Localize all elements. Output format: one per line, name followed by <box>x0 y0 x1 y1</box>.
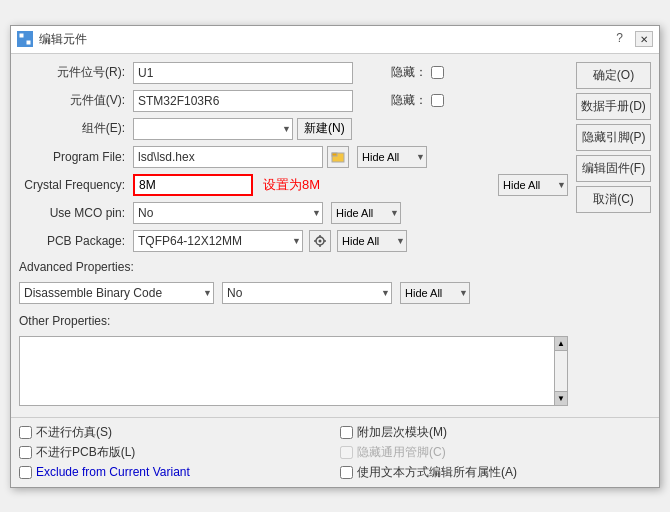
crystal-hide-wrap: Hide All Show All ▼ <box>498 174 568 196</box>
ref-input[interactable] <box>133 62 353 84</box>
ref-label: 元件位号(R): <box>19 64 129 81</box>
ref-row: 元件位号(R): 隐藏： <box>19 62 568 84</box>
app-icon <box>17 31 33 47</box>
other-props-textarea[interactable] <box>19 336 554 406</box>
mco-hide-select[interactable]: Hide All Show All <box>331 202 401 224</box>
no-pcb-check: 不进行PCB布版(L) <box>19 444 330 461</box>
svg-rect-1 <box>26 33 31 38</box>
new-button[interactable]: 新建(N) <box>297 118 352 140</box>
attach-submodule-label: 附加层次模块(M) <box>357 424 447 441</box>
main-content: 元件位号(R): 隐藏： 元件值(V): 隐藏： 组件(E): <box>19 62 568 409</box>
title-bar-left: 编辑元件 <box>17 31 87 48</box>
component-row: 组件(E): ▼ 新建(N) <box>19 118 568 140</box>
mco-hide-wrap: Hide All Show All ▼ <box>331 202 401 224</box>
no-sim-label: 不进行仿真(S) <box>36 424 112 441</box>
attach-submodule-check: 附加层次模块(M) <box>340 424 651 441</box>
pcb-hide-select[interactable]: Hide All Show All <box>337 230 407 252</box>
no-sim-check: 不进行仿真(S) <box>19 424 330 441</box>
edit-component-dialog: 编辑元件 ? ✕ 元件位号(R): 隐藏： 元件值(V): 隐藏： <box>10 25 660 488</box>
hide-common-pins-checkbox <box>340 446 353 459</box>
disassemble-value-select[interactable]: No Yes <box>222 282 392 304</box>
exclude-variant-checkbox[interactable] <box>19 466 32 479</box>
crystal-annotation: 设置为8M <box>263 176 320 194</box>
browse-button[interactable] <box>327 146 349 168</box>
svg-rect-0 <box>19 33 24 38</box>
svg-rect-5 <box>332 153 337 156</box>
edit-text-check: 使用文本方式编辑所有属性(A) <box>340 464 651 481</box>
no-pcb-label: 不进行PCB布版(L) <box>36 444 135 461</box>
value-label: 元件值(V): <box>19 92 129 109</box>
title-bar: 编辑元件 ? ✕ <box>11 26 659 54</box>
hide-pins-button[interactable]: 隐藏引脚(P) <box>576 124 651 151</box>
value-input[interactable] <box>133 90 353 112</box>
disassemble-select[interactable]: Disassemble Binary Code <box>19 282 214 304</box>
value-row: 元件值(V): 隐藏： <box>19 90 568 112</box>
pcb-browse-button[interactable] <box>309 230 331 252</box>
no-sim-checkbox[interactable] <box>19 426 32 439</box>
other-props-area: ▲ ▼ <box>19 336 568 409</box>
exclude-variant-label: Exclude from Current Variant <box>36 465 190 479</box>
svg-rect-3 <box>26 40 31 45</box>
advanced-hide-select[interactable]: Hide All Show All <box>400 282 470 304</box>
right-buttons: 确定(O) 数据手册(D) 隐藏引脚(P) 编辑固件(F) 取消(C) <box>576 62 651 409</box>
hidden-label-2: 隐藏： <box>391 92 427 109</box>
crystal-row: Crystal Frequency: 设置为8M Hide All Show A… <box>19 174 568 196</box>
ref-hidden-checkbox[interactable] <box>431 66 444 79</box>
program-file-label: Program File: <box>19 150 129 164</box>
value-hidden-checkbox[interactable] <box>431 94 444 107</box>
ok-button[interactable]: 确定(O) <box>576 62 651 89</box>
pcb-select[interactable]: TQFP64-12X12MM <box>133 230 303 252</box>
edit-text-label: 使用文本方式编辑所有属性(A) <box>357 464 517 481</box>
exclude-variant-check: Exclude from Current Variant <box>19 464 330 481</box>
advanced-label: Advanced Properties: <box>19 260 568 274</box>
advanced-row: Disassemble Binary Code ▼ No Yes ▼ Hide … <box>19 282 568 304</box>
crystal-label: Crystal Frequency: <box>19 178 129 192</box>
edit-firmware-button[interactable]: 编辑固件(F) <box>576 155 651 182</box>
dialog-title: 编辑元件 <box>39 31 87 48</box>
hide-common-pins-check: 隐藏通用管脚(C) <box>340 444 651 461</box>
mco-label: Use MCO pin: <box>19 206 129 220</box>
svg-point-7 <box>319 239 322 242</box>
no-pcb-checkbox[interactable] <box>19 446 32 459</box>
program-file-hide-select[interactable]: Hide All Show All <box>357 146 427 168</box>
bottom-checkboxes: 不进行仿真(S) 附加层次模块(M) 不进行PCB布版(L) 隐藏通用管脚(C)… <box>11 417 659 487</box>
component-select[interactable] <box>133 118 293 140</box>
crystal-input[interactable] <box>133 174 253 196</box>
program-file-hide-wrap: Hide All Show All ▼ <box>357 146 427 168</box>
datasheet-button[interactable]: 数据手册(D) <box>576 93 651 120</box>
program-file-row: Program File: Hide All Show All ▼ <box>19 146 568 168</box>
other-props-label: Other Properties: <box>19 314 568 328</box>
help-icon[interactable]: ? <box>616 31 623 47</box>
svg-rect-2 <box>19 40 24 45</box>
scroll-up-btn[interactable]: ▲ <box>555 337 567 351</box>
title-controls: ? ✕ <box>616 31 653 47</box>
edit-text-checkbox[interactable] <box>340 466 353 479</box>
hide-common-pins-label: 隐藏通用管脚(C) <box>357 444 446 461</box>
advanced-hide-wrap: Hide All Show All ▼ <box>400 282 470 304</box>
cancel-button[interactable]: 取消(C) <box>576 186 651 213</box>
attach-submodule-checkbox[interactable] <box>340 426 353 439</box>
mco-select[interactable]: No Yes <box>133 202 323 224</box>
program-file-input[interactable] <box>133 146 323 168</box>
close-button[interactable]: ✕ <box>635 31 653 47</box>
scroll-down-btn[interactable]: ▼ <box>555 391 567 405</box>
pcb-row: PCB Package: TQFP64-12X12MM ▼ <box>19 230 568 252</box>
mco-row: Use MCO pin: No Yes ▼ Hide All Show All … <box>19 202 568 224</box>
crystal-hide-select[interactable]: Hide All Show All <box>498 174 568 196</box>
hidden-label-1: 隐藏： <box>391 64 427 81</box>
dialog-body: 元件位号(R): 隐藏： 元件值(V): 隐藏： 组件(E): <box>11 54 659 417</box>
pcb-hide-wrap: Hide All Show All ▼ <box>337 230 407 252</box>
other-props-scrollbar: ▲ ▼ <box>554 336 568 406</box>
component-label: 组件(E): <box>19 120 129 137</box>
pcb-label: PCB Package: <box>19 234 129 248</box>
